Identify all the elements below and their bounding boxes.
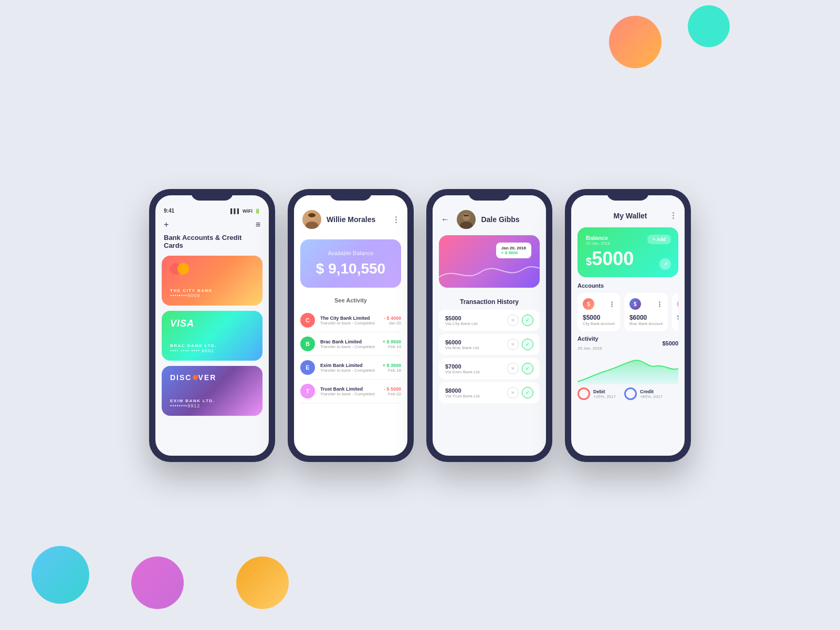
phone-2-notch bbox=[330, 189, 372, 201]
account-icon-brac: $ bbox=[629, 298, 641, 310]
trans-details-3: Exim Bank Limited Transfer to bank - Com… bbox=[320, 363, 377, 373]
discover-text: DISCVER bbox=[170, 373, 216, 382]
activity-section: Activity 29 Jan, 2018 $5000 bbox=[571, 335, 685, 400]
activity-chart-svg bbox=[578, 353, 678, 384]
history-item: $8000 Via Trust Bank Ltd. ✕ ✓ bbox=[439, 382, 540, 403]
card-visa-brac[interactable]: VISA BRAC BANK LTD. •••• •••• •••• 6661 bbox=[162, 311, 262, 361]
approve-button[interactable]: ✓ bbox=[522, 387, 533, 398]
city-bank-name: THE CITY BANK bbox=[170, 288, 254, 293]
approve-button[interactable]: ✓ bbox=[522, 363, 533, 374]
visa-logo: VISA bbox=[170, 318, 254, 329]
trans-details-4: Trust Bank Limited Transfer to bank - Co… bbox=[320, 386, 379, 396]
history-actions-3: ✕ ✓ bbox=[507, 363, 533, 374]
activity-header: Activity 29 Jan, 2018 $5000 bbox=[578, 335, 678, 351]
activity-title: Activity bbox=[578, 335, 602, 342]
phone-1-screen: 9:41 ▌▌▌ WiFi 🔋 + ≡ Bank Accounts & Cred… bbox=[155, 195, 269, 456]
wifi-icon: WiFi bbox=[243, 208, 253, 214]
mc-right-circle bbox=[177, 263, 189, 275]
legend-credit: Credit +85%, 2017 bbox=[624, 387, 663, 400]
trans-details-1: The City Bank Limited Transfer to bank -… bbox=[320, 316, 379, 326]
user-info-dale: Dale Gibbs bbox=[457, 210, 519, 229]
svg-point-3 bbox=[308, 213, 316, 217]
deco-circle-lightblue bbox=[32, 546, 89, 604]
phone-1-header: + ≡ bbox=[155, 216, 269, 234]
user-info-willie: Willie Morales bbox=[302, 210, 375, 229]
trans-amount-2: + $ 9500 Feb 14 bbox=[383, 339, 401, 349]
phones-container: 9:41 ▌▌▌ WiFi 🔋 + ≡ Bank Accounts & Cred… bbox=[149, 189, 691, 462]
history-title: Transaction History bbox=[433, 294, 546, 310]
account-menu[interactable] bbox=[657, 299, 663, 309]
trans-icon-b: B bbox=[300, 337, 315, 351]
chart-card: Jan 20, 2018 + $ 9000 bbox=[439, 235, 540, 288]
account-card-brac[interactable]: $ $6000 Brac Bank Account bbox=[624, 293, 668, 331]
trans-amount-3: + $ 3500 Feb 18 bbox=[383, 363, 401, 373]
wallet-menu[interactable] bbox=[670, 210, 676, 221]
debit-circle bbox=[578, 387, 590, 400]
approve-button[interactable]: ✓ bbox=[522, 314, 533, 326]
accounts-title: Accounts bbox=[578, 282, 678, 289]
card-discover-exim[interactable]: DISCVER EXIM BANK LTD. ••••••••9912 bbox=[162, 366, 262, 416]
deco-circle-coral bbox=[609, 16, 662, 68]
phone-3-header: ← Dale Gibb bbox=[433, 195, 546, 235]
activity-amount: $5000 bbox=[662, 340, 678, 346]
brac-bank-name: BRAC BANK LTD. bbox=[170, 343, 254, 348]
mastercard-logo bbox=[170, 263, 254, 275]
svg-point-6 bbox=[463, 213, 470, 220]
account-card-city[interactable]: $ $5000 City Bank Account bbox=[578, 293, 620, 331]
history-item-left: $5000 Via City Bank Ltd. bbox=[445, 315, 478, 326]
signal-icon: ▌▌▌ bbox=[230, 208, 240, 214]
accounts-section: Accounts $ $5000 City Bank Account bbox=[571, 282, 685, 335]
account-amount-exim: $70 bbox=[677, 314, 678, 321]
reject-button[interactable]: ✕ bbox=[507, 339, 519, 350]
reject-button[interactable]: ✕ bbox=[507, 363, 519, 374]
trans-icon-c: C bbox=[300, 313, 315, 328]
wallet-amount: $5000 bbox=[586, 248, 670, 270]
phone-2-screen: Willie Morales Available Balance $ 9,10,… bbox=[294, 195, 407, 456]
activity-date: 29 Jan, 2018 bbox=[578, 346, 602, 351]
phone-4-screen: My Wallet Balance 20 Jan, 2018 $5000 + A… bbox=[571, 195, 685, 456]
history-item-left: $8000 Via Trust Bank Ltd. bbox=[445, 387, 480, 398]
transaction-item[interactable]: T Trust Bank Limited Transfer to bank - … bbox=[300, 380, 401, 403]
back-button[interactable]: ← bbox=[441, 215, 449, 224]
account-name-city: City Bank Account bbox=[583, 321, 615, 326]
city-card-number: ••••••••9009 bbox=[170, 293, 254, 298]
transaction-item[interactable]: E Exim Bank Limited Transfer to bank - C… bbox=[300, 356, 401, 380]
battery-icon: 🔋 bbox=[255, 208, 260, 214]
account-name-brac: Brac Bank Account bbox=[629, 321, 663, 326]
arrow-icon[interactable]: ↗ bbox=[659, 258, 671, 270]
phone-2-menu[interactable] bbox=[393, 214, 399, 225]
discover-logo: DISCVER bbox=[170, 373, 254, 382]
phone-3-notch bbox=[468, 189, 510, 201]
account-menu[interactable] bbox=[609, 299, 615, 309]
trans-amount-4: - $ 5000 Feb 22 bbox=[384, 386, 401, 396]
svg-point-5 bbox=[460, 222, 472, 229]
trans-icon-e: E bbox=[300, 360, 315, 375]
reject-button[interactable]: ✕ bbox=[507, 314, 519, 326]
phone-1-time: 9:41 bbox=[164, 208, 174, 214]
reject-button[interactable]: ✕ bbox=[507, 387, 519, 398]
phone-1-add-button[interactable]: + bbox=[164, 220, 169, 229]
phone-4-notch bbox=[607, 189, 649, 201]
phone-2-user-header: Willie Morales bbox=[294, 195, 407, 235]
phone-3: ← Dale Gibb bbox=[426, 189, 552, 462]
legend-row: Debit +25%, 2017 Credit +85%, 2017 bbox=[578, 384, 678, 400]
phone-4: My Wallet Balance 20 Jan, 2018 $5000 + A… bbox=[565, 189, 691, 462]
approve-button[interactable]: ✓ bbox=[522, 339, 533, 350]
history-list: $5000 Via City Bank Ltd. ✕ ✓ $6000 Via B… bbox=[433, 310, 546, 403]
card-city-bank[interactable]: THE CITY BANK ••••••••9009 bbox=[162, 256, 262, 306]
account-card-exim[interactable]: $ $70 bbox=[672, 293, 678, 331]
account-amount-brac: $6000 bbox=[629, 314, 663, 321]
deco-circle-pink bbox=[131, 556, 184, 609]
see-activity-link[interactable]: See Activity bbox=[294, 292, 407, 309]
balance-label: Available Balance bbox=[309, 250, 393, 256]
transaction-item[interactable]: B Brac Bank Limited Transfer to bank - C… bbox=[300, 332, 401, 356]
phone-1-notch bbox=[191, 189, 233, 201]
phone-2: Willie Morales Available Balance $ 9,10,… bbox=[288, 189, 414, 462]
history-item: $7000 Via Exim Bank Ltd. ✕ ✓ bbox=[439, 358, 540, 379]
add-button[interactable]: + Add bbox=[647, 235, 671, 244]
transaction-item[interactable]: C The City Bank Limited Transfer to bank… bbox=[300, 309, 401, 332]
dale-name: Dale Gibbs bbox=[481, 215, 519, 224]
brac-card-number: •••• •••• •••• 6661 bbox=[170, 348, 254, 353]
phone-1-menu-button[interactable]: ≡ bbox=[256, 220, 260, 229]
deco-circle-teal bbox=[688, 5, 730, 47]
